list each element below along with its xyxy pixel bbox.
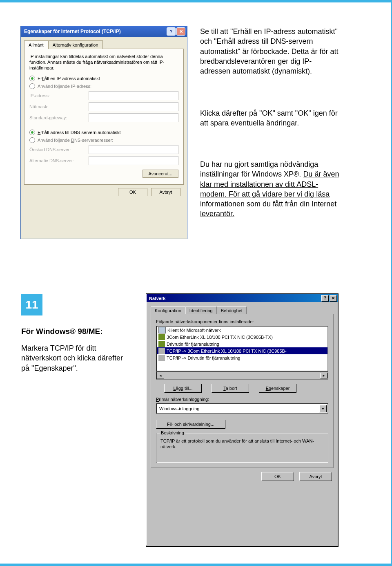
radio-icon [29, 137, 35, 143]
tab-general[interactable]: Allmänt [24, 40, 48, 49]
adapter-icon [158, 341, 165, 347]
file-print-sharing-button[interactable]: Fil- och skrivardelning... [156, 420, 225, 429]
list-item-selected[interactable]: TCP/IP -> 3Com EtherLink XL 10/100 PCI T… [157, 347, 327, 354]
row-gateway: Standard-gateway: [29, 113, 178, 122]
input-gateway[interactable] [89, 113, 178, 122]
tab-access-control[interactable]: Behörighet [217, 306, 247, 314]
primary-login-label: Primär nätverksinloggning: [156, 397, 328, 402]
horizontal-scrollbar[interactable]: ◄ ► [156, 371, 328, 380]
description-title: Beskrivning [160, 430, 185, 435]
advanced-button[interactable]: Avancerat... [143, 170, 179, 178]
close-icon[interactable]: ✕ [176, 27, 185, 36]
scroll-right-icon[interactable]: ► [320, 373, 327, 378]
label-dns1: Önskad DNS-server: [29, 147, 89, 152]
row-dns1: Önskad DNS-server: [29, 145, 178, 154]
step-title: För Windows® 98/ME: [21, 327, 103, 336]
protocol-icon [158, 348, 165, 354]
radio-icon [29, 76, 35, 81]
w98-tab-panel: Följande nätverkskomponenter finns insta… [151, 314, 334, 468]
xp-titlebar: Egenskaper för Internet Protocol (TCP/IP… [21, 26, 187, 37]
list-item-label: TCP/IP -> Drivrutin för fjärranslutning [167, 356, 240, 360]
list-item-label: 3Com EtherLink XL 10/100 PCI TX NIC (3C9… [167, 335, 273, 340]
help-icon[interactable]: ? [167, 27, 176, 36]
remove-button[interactable]: Ta bort [212, 384, 249, 393]
help-icon[interactable]: ? [321, 295, 329, 302]
radio-ip-manual-label: Använd följande IP-adress: [38, 84, 91, 89]
row-netmask: Nätmask: [29, 102, 178, 111]
input-dns1[interactable] [89, 145, 178, 154]
close-icon[interactable]: ✕ [330, 295, 337, 302]
win98-network-dialog: Nätverk ? ✕ Konfiguration Identifiering … [146, 293, 339, 547]
instr3-part-a: Du har nu gjort samtliga nödvändiga inst… [200, 160, 318, 178]
client-icon [158, 327, 166, 333]
list-item[interactable]: Drivrutin för fjärranslutning [157, 340, 327, 347]
primary-login-select[interactable]: Windows-inloggning ▼ [156, 403, 328, 414]
cancel-button[interactable]: Avbryt [299, 472, 332, 481]
list-item-label: Klient för Microsoft-nätverk [167, 328, 221, 333]
input-ip-address[interactable] [89, 91, 178, 100]
radio-icon [29, 130, 35, 135]
xp-dialog-title: Egenskaper för Internet Protocol (TCP/IP… [22, 29, 166, 34]
step-body: Markera TCP/IP för ditt nätverkskort och… [21, 343, 127, 373]
list-item[interactable]: Klient för Microsoft-nätverk [157, 327, 327, 333]
label-dns2: Alternativ DNS-server: [29, 158, 89, 163]
xp-description: IP-inställningar kan tilldelas automatis… [29, 54, 178, 71]
instruction-para-3: Du har nu gjort samtliga nödvändiga inst… [200, 159, 341, 219]
components-list[interactable]: Klient för Microsoft-nätverk 3Com EtherL… [156, 326, 328, 371]
description-text: TCP/IP är ett protokoll som du använder … [160, 438, 324, 450]
radio-dns-auto[interactable]: Erhåll adress till DNS-servern automatis… [29, 130, 178, 135]
instruction-para-1: Se till att "Erhåll en IP-adress automat… [200, 27, 341, 76]
tab-configuration[interactable]: Konfiguration [151, 306, 185, 314]
radio-ip-manual[interactable]: Använd följande IP-adress: [29, 83, 178, 89]
input-netmask[interactable] [89, 102, 178, 111]
row-dns2: Alternativ DNS-server: [29, 156, 178, 165]
xp-tabs: Allmänt Alternativ konfiguration [24, 40, 184, 49]
protocol-icon [158, 355, 165, 361]
list-item[interactable]: 3Com EtherLink XL 10/100 PCI TX NIC (3C9… [157, 333, 327, 340]
description-group: Beskrivning TCP/IP är ett protokoll som … [156, 433, 328, 463]
adapter-icon [158, 334, 165, 340]
xp-tcpip-dialog: Egenskaper för Internet Protocol (TCP/IP… [20, 26, 187, 239]
radio-icon [29, 83, 35, 89]
components-label: Följande nätverkskomponenter finns insta… [156, 319, 328, 324]
tab-identification[interactable]: Identifiering [185, 306, 217, 314]
add-button[interactable]: Lägg till... [164, 384, 202, 393]
w98-dialog-title: Nätverk [147, 296, 321, 301]
label-gateway: Standard-gateway: [29, 115, 89, 120]
chevron-down-icon[interactable]: ▼ [319, 405, 327, 412]
list-item-label: Drivrutin för fjärranslutning [167, 342, 219, 347]
row-ip-address: IP-adress: [29, 91, 178, 100]
ok-button[interactable]: OK [118, 188, 147, 196]
input-dns2[interactable] [89, 156, 178, 165]
label-ip-address: IP-adress: [29, 93, 89, 98]
properties-button[interactable]: Egenskaper [259, 384, 296, 393]
instruction-para-2: Klicka därefter på "OK" samt "OK" igen f… [200, 108, 341, 128]
radio-dns-manual[interactable]: Använd följande DNS-serveradresser: [29, 137, 178, 143]
w98-tabs: Konfiguration Identifiering Behörighet [151, 306, 334, 314]
list-item[interactable]: TCP/IP -> Drivrutin för fjärranslutning [157, 354, 327, 361]
radio-dns-manual-label: Använd följande DNS-serveradresser: [38, 138, 113, 143]
primary-login-value: Windows-inloggning [159, 406, 199, 411]
xp-tab-panel: IP-inställningar kan tilldelas automatis… [24, 49, 184, 185]
w98-titlebar: Nätverk ? ✕ [147, 294, 338, 302]
label-netmask: Nätmask: [29, 104, 89, 109]
cancel-button[interactable]: Avbryt [151, 188, 180, 196]
list-item-label: TCP/IP -> 3Com EtherLink XL 10/100 PCI T… [167, 349, 287, 353]
radio-ip-auto-label: Erhåll en IP-adress automatiskt [38, 76, 100, 81]
step-number-badge: 11 [21, 294, 42, 315]
ok-button[interactable]: OK [261, 472, 294, 481]
tab-alt-config[interactable]: Alternativ konfiguration [48, 40, 103, 49]
radio-dns-auto-label: Erhåll adress till DNS-servern automatis… [38, 130, 121, 135]
scroll-left-icon[interactable]: ◄ [157, 373, 164, 378]
radio-ip-auto[interactable]: Erhåll en IP-adress automatiskt [29, 76, 178, 81]
